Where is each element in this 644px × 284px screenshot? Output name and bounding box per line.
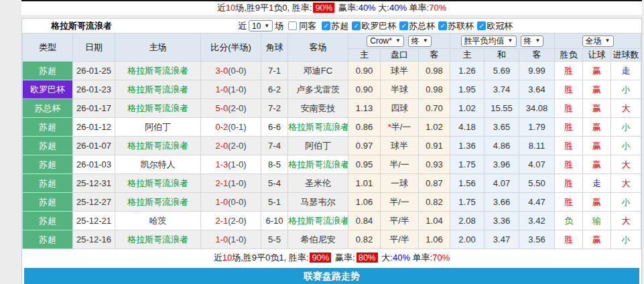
avg-away-odds-cell: 3.56 — [519, 230, 555, 249]
select-value: 终 — [524, 36, 532, 47]
corner-cell: 6-10 — [261, 212, 288, 230]
score-cell: 5-0(2-0) — [201, 99, 261, 118]
home-team-cell[interactable]: 格拉斯哥流浪者 — [115, 174, 201, 193]
away-team-cell[interactable]: 邓迪FC — [288, 62, 348, 80]
league-checkbox-1[interactable]: ✓ — [322, 21, 330, 30]
avg-away-odds-cell: 4.47 — [519, 193, 555, 212]
stats-segment: 单率: — [407, 3, 429, 13]
handicap-result-cell: 赢 — [583, 137, 611, 155]
handicap-home-odds-cell: 0.95 — [348, 155, 381, 174]
stats-segment: 10 — [222, 253, 232, 263]
match-row: 苏超26-01-12阿伯丁0-2(0-1)6-6格拉斯哥流浪者0.86*半/一1… — [23, 118, 641, 137]
goals-result-cell: 大 — [611, 99, 641, 118]
match-row: 苏超26-01-03凯尔特人1-3(1-0)8-5格拉斯哥流浪者0.95半/一0… — [23, 155, 641, 174]
stats-segment: 近 — [217, 3, 226, 13]
handicap-line-cell: 平/半 — [381, 230, 419, 249]
column-header-handicap-line: 盘口 — [381, 49, 419, 62]
goals-result-cell: 小 — [611, 193, 641, 212]
away-team-cell[interactable]: 马瑟韦尔 — [288, 193, 348, 212]
select-value: Crow* — [370, 36, 392, 46]
away-team-cell[interactable]: 格拉斯哥流浪者 — [288, 212, 348, 230]
avg-odds-select[interactable]: 胜平负均值 ▼ — [461, 36, 517, 47]
score-cell: 1-3(1-0) — [201, 155, 261, 174]
away-team-cell[interactable]: 阿伯丁 — [288, 137, 348, 155]
away-team-cell[interactable]: 圣米伦 — [288, 174, 348, 193]
corner-cell: 8-5 — [261, 155, 288, 174]
chevron-down-icon: ▼ — [508, 38, 513, 44]
match-row: 苏总杯26-01-17格拉斯哥流浪者5-0(2-0)7-2安南竞技1.13四球0… — [23, 99, 641, 118]
home-team-cell[interactable]: 阿伯丁 — [115, 118, 201, 137]
stats-segment: 大: — [379, 253, 393, 263]
handicap-home-odds-cell: 0.97 — [348, 137, 381, 155]
league-checkbox-4[interactable]: ✓ — [438, 21, 447, 30]
away-team-cell[interactable]: 安南竞技 — [288, 99, 348, 118]
home-team-cell[interactable]: 格拉斯哥流浪者 — [115, 230, 201, 249]
stats-segment: 90% — [313, 3, 334, 13]
handicap-home-odds-cell: 1.13 — [348, 99, 381, 118]
home-team-cell[interactable]: 凯尔特人 — [115, 155, 201, 174]
avg-away-odds-cell: 34.08 — [519, 99, 555, 118]
home-team-cell[interactable]: 格拉斯哥流浪者 — [115, 80, 201, 99]
column-header-avg-home: 主 — [450, 49, 485, 62]
handicap-line-cell: 球半 — [381, 62, 419, 80]
handicap-away-odds-cell: 0.98 — [419, 62, 450, 80]
league-checkbox-3[interactable]: ✓ — [399, 21, 408, 30]
goals-result-cell: 小 — [611, 80, 641, 99]
games-label: 场 — [275, 20, 283, 32]
recent-stats-bottom: 近10场,胜9平0负1, 胜率:90% 赢率:80% 大:40% 单率:70% — [22, 249, 641, 267]
goals-result-cell: 大 — [611, 212, 641, 230]
avg-time-select[interactable]: 终 ▼ — [521, 36, 544, 47]
avg-draw-odds-cell: 3.36 — [485, 212, 519, 230]
stats-segment: 单率: — [410, 253, 432, 263]
avg-away-odds-cell: 3.64 — [519, 80, 555, 99]
avg-draw-odds-cell: 3.47 — [485, 230, 519, 249]
league-label: 苏联杯 — [448, 20, 474, 32]
chevron-down-icon: ▼ — [395, 38, 401, 44]
league-checkbox-2[interactable]: ✓ — [352, 21, 361, 30]
date-cell: 26-01-23 — [73, 80, 115, 99]
league-label: 欧冠杯 — [487, 20, 513, 32]
corner-cell: 5-1 — [261, 193, 288, 212]
result-cell: 胜 — [555, 155, 583, 174]
goals-result-cell: 小 — [611, 230, 641, 249]
handicap-result-cell: 赢 — [583, 230, 611, 249]
handicap-home-odds-cell: 0.86 — [348, 118, 381, 137]
avg-home-odds-cell: 2.00 — [450, 230, 485, 249]
league-checkbox-5[interactable]: ✓ — [477, 21, 486, 30]
match-count-select[interactable]: 10 ▼ — [249, 20, 273, 31]
handicap-home-odds-cell: 0.84 — [348, 212, 381, 230]
league-type-cell: 欧罗巴杯 — [23, 80, 73, 99]
handicap-home-odds-cell: 0.90 — [348, 80, 381, 99]
handicap-away-odds-cell: 0.93 — [419, 155, 450, 174]
match-row: 苏超25-12-31格拉斯哥流浪者2-1(1-0)5-4圣米伦1.01一球0.8… — [23, 174, 641, 193]
avg-draw-odds-cell: 3.65 — [485, 118, 519, 137]
avg-home-odds-cell: 4.18 — [450, 118, 485, 137]
corner-cell: 6-6 — [261, 118, 288, 137]
league-filter-group: ✓苏超✓欧罗巴杯✓苏总杯✓苏联杯✓欧冠杯 — [318, 20, 513, 32]
handicap-result-cell: 赢 — [583, 193, 611, 212]
handicap-away-odds-cell: 0.87 — [419, 174, 450, 193]
away-team-cell[interactable]: 格拉斯哥流浪者 — [288, 118, 348, 137]
bookmaker-select[interactable]: Crow* ▼ — [367, 36, 404, 47]
home-team-cell[interactable]: 格拉斯哥流浪者 — [115, 193, 201, 212]
league-type-cell: 苏总杯 — [23, 99, 73, 118]
league-trend-label: 联赛盘路走势 — [304, 271, 360, 283]
home-team-cell[interactable]: 格拉斯哥流浪者 — [115, 137, 201, 155]
handicap-time-select[interactable]: 终 ▼ — [408, 36, 432, 47]
main-content: 近10场,胜9平1负0, 胜率:90% 赢率:40% 大:40% 单率:70% … — [21, 0, 642, 284]
away-team-cell[interactable]: 希伯尼安 — [288, 230, 348, 249]
same-venue-checkbox[interactable] — [288, 21, 297, 30]
away-team-cell[interactable]: 格拉斯哥流浪者 — [288, 155, 348, 174]
home-team-cell[interactable]: 哈茨 — [115, 212, 201, 230]
stats-segment: 70% — [432, 253, 450, 263]
away-team-cell[interactable]: 卢多戈雷茨 — [288, 80, 348, 99]
stats-segment: 赢率: — [332, 253, 355, 263]
home-team-cell[interactable]: 格拉斯哥流浪者 — [115, 62, 201, 80]
home-team-cell[interactable]: 格拉斯哥流浪者 — [115, 99, 201, 118]
result-cell: 胜 — [555, 99, 583, 118]
handicap-result-cell: 走 — [583, 174, 611, 193]
period-select[interactable]: 全场 ▼ — [582, 36, 614, 47]
column-header-score: 比分(半场) — [201, 33, 261, 62]
handicap-line-cell: *半/一 — [381, 118, 419, 137]
avg-draw-odds-cell: 3.74 — [485, 80, 519, 99]
